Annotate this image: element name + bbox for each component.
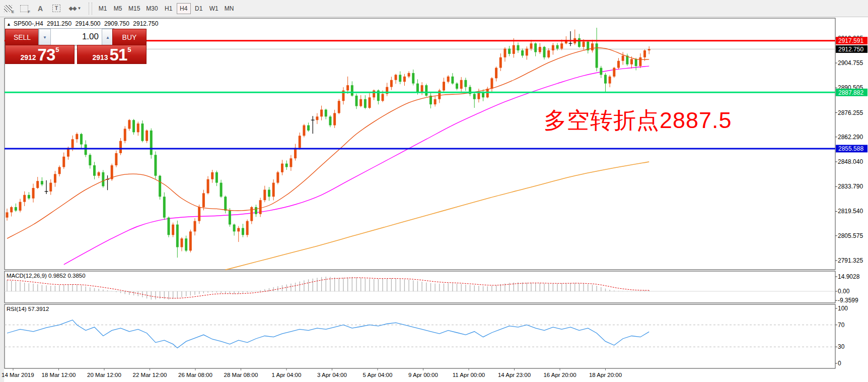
- ohlc-low: 2909.750: [104, 20, 129, 27]
- price-badge-label: 2912.750: [838, 46, 863, 53]
- fibonacci-icon[interactable]: F: [17, 2, 32, 15]
- collapse-triangle-icon[interactable]: ▲: [7, 22, 11, 27]
- time-axis-label: 18 Mar 12:00: [42, 372, 76, 378]
- axis-tick-label: 2805.575: [838, 232, 863, 239]
- macd-indicator-label: MACD(12,26,9) 0.9852 0.3850: [7, 273, 86, 279]
- axis-tick-label: 2791.325: [838, 257, 863, 264]
- time-axis-label: 26 Mar 08:00: [178, 372, 212, 378]
- volume-decrease-button[interactable]: ▼: [39, 29, 51, 46]
- axis-tick-label: 2819.540: [838, 208, 863, 215]
- text-box-icon[interactable]: T: [49, 2, 64, 15]
- dotted-box-glyph: [20, 5, 28, 12]
- sell-quote[interactable]: 2912 73 5: [5, 45, 75, 64]
- volume-spinner: ▼ ▲: [38, 28, 114, 45]
- arrows-glyph: ◆◆: [69, 5, 77, 12]
- expert-advisors-icon[interactable]: E: [1, 2, 16, 15]
- ohlc-open: 2911.250: [47, 20, 71, 27]
- chevron-down-icon: ▼: [78, 6, 82, 11]
- tf-button-m1[interactable]: M1: [96, 3, 110, 14]
- tf-button-w1[interactable]: W1: [207, 3, 221, 14]
- axis-tick-label: 0.00: [838, 288, 850, 295]
- buy-price-big: 51: [110, 47, 127, 62]
- time-axis-label: 18 Apr 20:00: [589, 372, 622, 378]
- axis-tick-label: 2833.790: [838, 183, 863, 190]
- hatch-glyph: [4, 5, 12, 12]
- time-axis-label: 3 Apr 04:00: [317, 372, 347, 378]
- tf-button-h4[interactable]: H4: [177, 3, 191, 14]
- arrow-objects-icon[interactable]: ◆◆ ▼: [65, 2, 85, 15]
- axis-tick-label: 100: [838, 305, 848, 312]
- one-click-trade-panel: SELL ▼ ▲ BUY 2912 73 5 2913 51 5: [5, 29, 147, 64]
- chart-annotation-text: 多空转折点2887.5: [544, 105, 732, 136]
- text-label-icon[interactable]: A: [33, 2, 48, 15]
- ohlc-high: 2914.500: [75, 20, 100, 27]
- tf-button-m5[interactable]: M5: [111, 3, 125, 14]
- tf-button-mn[interactable]: MN: [222, 3, 237, 14]
- time-axis-label: 5 Apr 04:00: [363, 372, 393, 378]
- axis-tick-label: 14.9028: [838, 273, 860, 280]
- tf-button-d1[interactable]: D1: [192, 3, 206, 14]
- fibonacci-sub-label: F: [28, 10, 30, 14]
- buy-quote[interactable]: 2913 51 5: [77, 45, 147, 64]
- tf-button-h1[interactable]: H1: [162, 3, 176, 14]
- expert-sub-label: E: [12, 10, 14, 14]
- sell-price-prefix: 2912: [20, 52, 36, 62]
- sell-button[interactable]: SELL: [5, 29, 39, 46]
- time-axis-label: 9 Apr 00:00: [408, 372, 438, 378]
- axis-tick-label: 2862.290: [838, 134, 863, 141]
- axis-tick-label: 70: [838, 322, 845, 329]
- ohlc-close: 2912.750: [133, 20, 158, 27]
- sell-price-big: 73: [38, 47, 55, 62]
- buy-price-sup: 5: [127, 46, 131, 53]
- trading-terminal-window: { "toolbar": { "tools": [ {"name": "expe…: [0, 0, 868, 382]
- toolbar-separator: [89, 3, 92, 15]
- volume-input[interactable]: [51, 29, 102, 45]
- buy-price-prefix: 2913: [92, 52, 108, 62]
- time-axis-label: 11 Apr 00:00: [453, 372, 485, 378]
- price-badge-label: 2917.591: [838, 37, 863, 44]
- toolbar: E F A T ◆◆ ▼ M1 M5 M15 M30 H1 H4 D1 W1 M…: [0, 0, 868, 17]
- rsi-indicator-label: RSI(14) 57.3912: [7, 306, 49, 312]
- text-box-glyph: T: [52, 5, 60, 12]
- axis-tick-label: 0: [838, 360, 841, 367]
- time-axis-label: 1 Apr 04:00: [272, 372, 302, 378]
- time-axis-label: 20 Mar 12:00: [87, 372, 121, 378]
- axis-tick-label: -9.3599: [838, 297, 858, 304]
- time-axis-label: 14 Mar 2019: [2, 372, 34, 378]
- symbol-ohlc-readout: ▲SP500-,H4 2911.250 2914.500 2909.750 29…: [7, 20, 160, 27]
- price-badge-label: 2887.882: [838, 89, 863, 96]
- time-axis-label: 28 Mar 08:00: [224, 372, 258, 378]
- time-axis-label: 22 Mar 12:00: [133, 372, 167, 378]
- time-axis-label: 16 Apr 20:00: [543, 372, 576, 378]
- tf-button-m30[interactable]: M30: [143, 3, 160, 14]
- time-axis-label: 14 Apr 23:00: [498, 372, 531, 378]
- tf-button-m15[interactable]: M15: [126, 3, 142, 14]
- sell-price-sup: 5: [55, 46, 59, 53]
- buy-button[interactable]: BUY: [112, 29, 147, 46]
- axis-tick-label: 2904.755: [838, 59, 863, 67]
- symbol-name: SP500-,H4: [14, 20, 43, 27]
- axis-tick-label: 30: [838, 343, 845, 350]
- text-label-glyph: A: [38, 5, 43, 13]
- axis-tick-label: 2876.255: [838, 109, 863, 116]
- axis-tick-label: 2848.040: [838, 158, 863, 165]
- price-badge-label: 2855.588: [838, 145, 863, 152]
